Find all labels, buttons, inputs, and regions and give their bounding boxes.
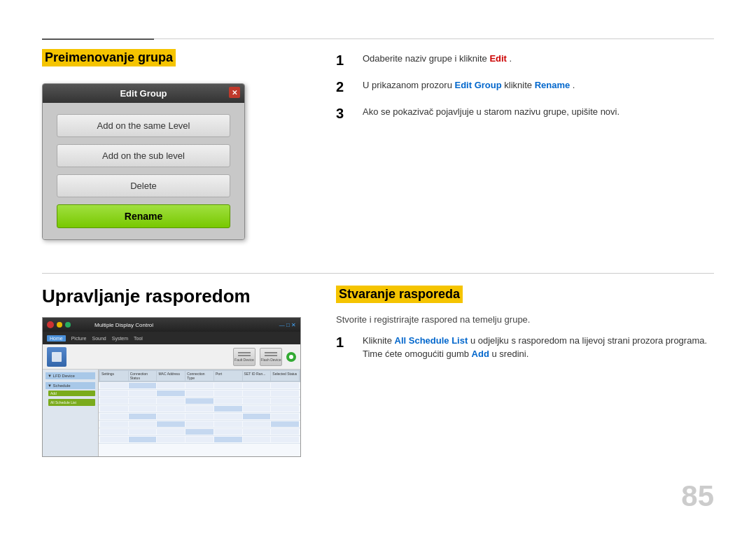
mock-close-btn (47, 321, 54, 328)
mock-cell (129, 383, 157, 388)
section1-heading: Preimenovanje grupa (42, 49, 176, 66)
step-2-number: 2 (336, 78, 357, 95)
mock-cell (214, 437, 242, 442)
add-same-level-button[interactable]: Add on the same Level (57, 114, 230, 137)
mock-table-header: Settings Connection Status MAC Address C… (99, 370, 300, 382)
mock-cell (129, 414, 157, 419)
mock-row-6 (99, 421, 300, 428)
mock-cell (271, 437, 299, 442)
mock-menu: Home Picture Sound System Tool (43, 332, 300, 344)
mock-cell (214, 414, 242, 419)
close-icon: ✕ (232, 89, 237, 97)
section2-steps: 1 Kliknite All Schedule List u odjeljku … (336, 334, 714, 361)
mock-cell (129, 437, 157, 442)
step-3-text: Ako se pokazivač pojavljuje u starom naz… (363, 105, 714, 122)
mock-cell (243, 398, 271, 404)
mock-cell (157, 414, 185, 419)
mock-row-1 (99, 382, 300, 390)
mock-cell (214, 391, 242, 396)
mock-cell (157, 429, 185, 435)
mock-cell (186, 437, 214, 442)
delete-button[interactable]: Delete (57, 174, 230, 197)
mock-cell (129, 429, 157, 435)
dialog-close-button[interactable]: ✕ (229, 87, 240, 98)
mock-cell (129, 406, 157, 412)
step-3: 3 Ako se pokazivač pojavljuje u starom n… (336, 105, 714, 122)
mock-cell (157, 406, 185, 412)
mock-cell (271, 398, 299, 404)
mock-content: ▼ LFD Device ▼ Schedule Add All Schedule… (43, 370, 300, 456)
section2-subheading: Stvaranje rasporeda (336, 286, 463, 303)
section2-left: Upravljanje rasporedom Multiple Display … (42, 286, 308, 457)
mock-cell (214, 383, 242, 388)
mock-cell (186, 414, 214, 419)
mock-cell (214, 421, 242, 427)
mock-cell (100, 414, 128, 419)
mock-menu-picture: Picture (71, 336, 87, 341)
mock-cell (129, 398, 157, 404)
mock-cell (214, 429, 242, 435)
mock-cell (129, 421, 157, 427)
mock-col-selected: Selected Status (271, 371, 299, 381)
mock-cell (271, 391, 299, 396)
mock-cell (186, 429, 214, 435)
section2-step-1: 1 Kliknite All Schedule List u odjeljku … (336, 334, 714, 361)
step-3-number: 3 (336, 105, 357, 122)
mock-col-connection: Connection Status (129, 371, 157, 381)
mock-cell (100, 429, 128, 435)
mock-cell (186, 391, 214, 396)
mock-title: Multiple Display Control (94, 322, 153, 328)
step-1-number: 1 (336, 52, 357, 69)
mock-titlebar: Multiple Display Control — □ ✕ (43, 318, 300, 332)
mock-cell (271, 383, 299, 388)
mock-cell (243, 414, 271, 419)
step-2-text: U prikazanom prozoru Edit Group kliknite… (363, 78, 714, 95)
mock-row-7 (99, 428, 300, 436)
mock-cell (243, 429, 271, 435)
mock-cell (214, 398, 242, 404)
mock-sidebar: ▼ LFD Device ▼ Schedule Add All Schedule… (43, 370, 99, 456)
rename-button[interactable]: Rename (57, 204, 230, 228)
mock-menu-tool: Tool (134, 336, 143, 341)
mock-row-2 (99, 390, 300, 398)
mock-col-settings: Settings (100, 371, 128, 381)
section2-subtitle: Stvorite i registrirajte raspored na tem… (336, 313, 714, 327)
dialog-body: Add on the same Level Add on the sub lev… (43, 103, 244, 239)
mock-cell (243, 421, 271, 427)
mock-cell (186, 421, 214, 427)
mock-cell (243, 391, 271, 396)
mock-cell (243, 437, 271, 442)
mock-cell (271, 414, 299, 419)
mock-control-icons: — □ ✕ (279, 322, 296, 328)
mock-cell (271, 406, 299, 412)
mock-row-3 (99, 398, 300, 405)
mock-row-5 (99, 413, 300, 421)
mock-lfd-device: ▼ LFD Device (46, 372, 95, 379)
section2-right: Stvaranje rasporeda Stvorite i registrir… (336, 286, 714, 371)
mock-col-setid: SET ID Ran... (243, 371, 271, 381)
mock-cell (100, 383, 128, 388)
mock-cell (129, 391, 157, 396)
dialog-title: Edit Group (120, 88, 167, 99)
mock-cell (271, 421, 299, 427)
mock-cell (186, 406, 214, 412)
mid-rule (42, 273, 714, 274)
mock-cell (100, 406, 128, 412)
edit-group-dialog: Edit Group ✕ Add on the same Level Add o… (42, 83, 245, 240)
mock-cell (157, 398, 185, 404)
mock-cell (100, 421, 128, 427)
step-2-link-rename: Rename (535, 80, 570, 90)
mock-cell (214, 406, 242, 412)
mock-cell (100, 437, 128, 442)
mock-icon-faultdevice: Fault Device (233, 348, 255, 366)
steps-list: 1 Odaberite naziv grupe i kliknite Edit … (336, 52, 714, 122)
section2-heading: Upravljanje rasporedom (42, 286, 308, 307)
add-sub-level-button[interactable]: Add on the sub level (57, 144, 230, 167)
mock-cell (186, 383, 214, 388)
step-1-text: Odaberite naziv grupe i kliknite Edit . (363, 52, 714, 69)
mock-main-area: Settings Connection Status MAC Address C… (99, 370, 300, 456)
mock-schedule: ▼ Schedule (46, 382, 95, 389)
mock-cell (243, 383, 271, 388)
screenshot-mockup: Multiple Display Control — □ ✕ Home Pict… (42, 317, 301, 457)
section1-right: 1 Odaberite naziv grupe i kliknite Edit … (336, 49, 714, 132)
